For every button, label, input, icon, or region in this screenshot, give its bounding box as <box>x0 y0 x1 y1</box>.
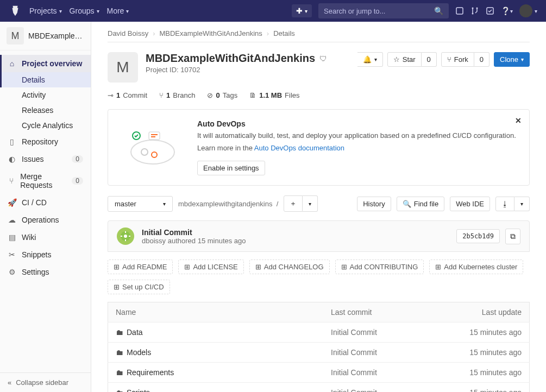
sidebar-item-releases[interactable]: Releases <box>0 103 91 118</box>
download-icon: ⭳ <box>501 200 509 208</box>
fork-icon: ⑂ <box>447 55 451 64</box>
clone-button[interactable]: Clone ▾ <box>494 52 530 67</box>
sidebar-project-header[interactable]: M MBDExampleWithGit... <box>0 22 91 50</box>
project-avatar-large: M <box>108 52 138 83</box>
plus-icon: ⊞ <box>435 263 441 271</box>
svg-point-1 <box>472 8 474 9</box>
breadcrumb: David Boissy› MBDExampleWithGitAndJenkin… <box>108 29 530 37</box>
commit-author[interactable]: dboissy <box>142 237 166 245</box>
nav-more[interactable]: More ▾ <box>107 7 129 15</box>
commit-message[interactable]: Initial Commit <box>142 228 246 237</box>
add-file-dropdown[interactable]: ▾ <box>303 195 318 212</box>
commit-sha[interactable]: 2b5cb1d9 <box>456 229 500 243</box>
nav-groups[interactable]: Groups ▾ <box>70 7 99 15</box>
todos-icon[interactable] <box>486 7 494 15</box>
star-button[interactable]: ☆Star <box>387 52 422 67</box>
col-name: Name <box>108 302 324 323</box>
sidebar-item-merge-requests[interactable]: ⑂Merge Requests0 <box>0 168 91 194</box>
sidebar-project-name: MBDExampleWithGit... <box>28 31 84 40</box>
web-ide-button[interactable]: Web IDE <box>450 197 490 211</box>
file-commit-cell[interactable]: Initial Commit <box>323 343 422 363</box>
chevron-down-icon: ▾ <box>163 201 166 207</box>
file-name-cell[interactable]: 🖿Models <box>108 343 324 363</box>
breadcrumb-project[interactable]: MBDExampleWithGitAndJenkins <box>159 29 262 37</box>
sidebar-item-cicd[interactable]: 🚀CI / CD <box>0 194 91 211</box>
table-row: 🖿RequirementsInitial Commit15 minutes ag… <box>108 363 530 383</box>
folder-icon: 🖿 <box>116 328 123 337</box>
nav-projects[interactable]: Projects ▾ <box>29 7 62 15</box>
new-button[interactable]: ✚ ▾ <box>292 4 312 17</box>
devops-illustration <box>120 119 185 168</box>
suggestion-button[interactable]: ⊞Add README <box>108 260 173 274</box>
sidebar-item-activity[interactable]: Activity <box>0 87 91 103</box>
suggestion-button[interactable]: ⊞Add Kubernetes cluster <box>429 260 523 274</box>
download-dropdown[interactable]: ▾ <box>514 197 530 211</box>
issues-icon: ◐ <box>8 155 16 163</box>
add-file-button[interactable]: ＋ <box>284 195 303 212</box>
sidebar-item-wiki[interactable]: ▤Wiki <box>0 229 91 246</box>
plus-icon: ⊞ <box>184 263 190 271</box>
file-update-cell: 15 minutes ago <box>422 383 530 393</box>
file-name-cell[interactable]: 🖿Scripts <box>108 383 324 393</box>
stat-branches[interactable]: ⑂1 Branch <box>159 91 195 99</box>
table-row: 🖿DataInitial Commit15 minutes ago <box>108 323 530 343</box>
file-name-cell[interactable]: 🖿Requirements <box>108 363 324 383</box>
main-content: David Boissy› MBDExampleWithGitAndJenkin… <box>91 22 546 392</box>
copy-sha-button[interactable]: ⧉ <box>505 229 520 244</box>
user-menu[interactable]: ▾ <box>519 4 537 17</box>
notifications-button[interactable]: 🔔▾ <box>357 52 383 67</box>
suggestions-row: ⊞Add README⊞Add LICENSE⊞Add CHANGELOG⊞Ad… <box>108 260 530 294</box>
download-button[interactable]: ⭳ <box>495 197 514 211</box>
gear-icon: ⚙ <box>8 268 16 276</box>
auto-devops-docs-link[interactable]: Auto DevOps documentation <box>254 144 344 152</box>
suggestion-button[interactable]: ⊞Add CONTRIBUTING <box>335 260 424 274</box>
repo-path[interactable]: mbdexamplewithgitandjenkins / <box>178 200 278 208</box>
sidebar-item-operations[interactable]: ☁Operations <box>0 211 91 229</box>
fork-button[interactable]: ⑂Fork <box>441 52 474 67</box>
search-icon: 🔍 <box>403 200 411 208</box>
fork-count: 0 <box>474 52 489 67</box>
history-button[interactable]: History <box>357 197 391 211</box>
file-commit-cell[interactable]: Initial Commit <box>323 383 422 393</box>
visibility-icon: 🛡 <box>319 54 327 63</box>
commit-time: 15 minutes ago <box>198 237 246 245</box>
suggestion-button[interactable]: ⊞Set up CI/CD <box>108 280 170 294</box>
table-row: 🖿ScriptsInitial Commit15 minutes ago <box>108 383 530 393</box>
col-last-commit: Last commit <box>323 302 422 323</box>
issues-icon[interactable] <box>455 7 464 15</box>
plus-icon: ⊞ <box>114 263 120 271</box>
chevron-down-icon: ▾ <box>126 8 129 14</box>
suggestion-button[interactable]: ⊞Add LICENSE <box>178 260 243 274</box>
sidebar-item-settings[interactable]: ⚙Settings <box>0 263 91 281</box>
file-commit-cell[interactable]: Initial Commit <box>323 363 422 383</box>
sidebar-item-overview[interactable]: ⌂Project overview <box>0 55 91 72</box>
tag-icon: ⊘ <box>207 91 213 99</box>
collapse-sidebar-button[interactable]: «Collapse sidebar <box>0 372 91 392</box>
file-commit-cell[interactable]: Initial Commit <box>323 323 422 343</box>
sidebar-item-details[interactable]: Details <box>0 72 91 87</box>
close-icon[interactable]: ✕ <box>515 116 522 125</box>
file-name-cell[interactable]: 🖿Data <box>108 323 324 343</box>
gitlab-logo-icon[interactable] <box>9 4 22 17</box>
search-input[interactable] <box>324 7 434 15</box>
commit-author-avatar <box>117 227 134 245</box>
scissors-icon: ✂ <box>8 250 16 259</box>
find-file-button[interactable]: 🔍Find file <box>397 197 445 211</box>
stat-tags[interactable]: ⊘0 Tags <box>207 91 237 99</box>
merge-requests-icon[interactable] <box>470 7 479 15</box>
branch-selector[interactable]: master▾ <box>108 196 173 212</box>
search-box[interactable]: 🔍 <box>318 3 449 18</box>
stat-commits[interactable]: ⊸1 Commit <box>108 91 147 99</box>
banner-learn-text: Learn more in the <box>197 144 254 152</box>
sidebar-item-repository[interactable]: ▯Repository <box>0 133 91 150</box>
file-update-cell: 15 minutes ago <box>422 343 530 363</box>
stat-files[interactable]: 🗎1.1 MB Files <box>249 91 299 99</box>
sidebar-item-snippets[interactable]: ✂Snippets <box>0 246 91 263</box>
sidebar-item-cycle-analytics[interactable]: Cycle Analytics <box>0 118 91 133</box>
help-icon[interactable]: ❔▾ <box>501 7 513 15</box>
breadcrumb-user[interactable]: David Boissy <box>108 29 148 37</box>
enable-in-settings-button[interactable]: Enable in settings <box>197 161 265 175</box>
collapse-icon: « <box>8 378 11 387</box>
sidebar-item-issues[interactable]: ◐Issues0 <box>0 150 91 168</box>
suggestion-button[interactable]: ⊞Add CHANGELOG <box>249 260 330 274</box>
